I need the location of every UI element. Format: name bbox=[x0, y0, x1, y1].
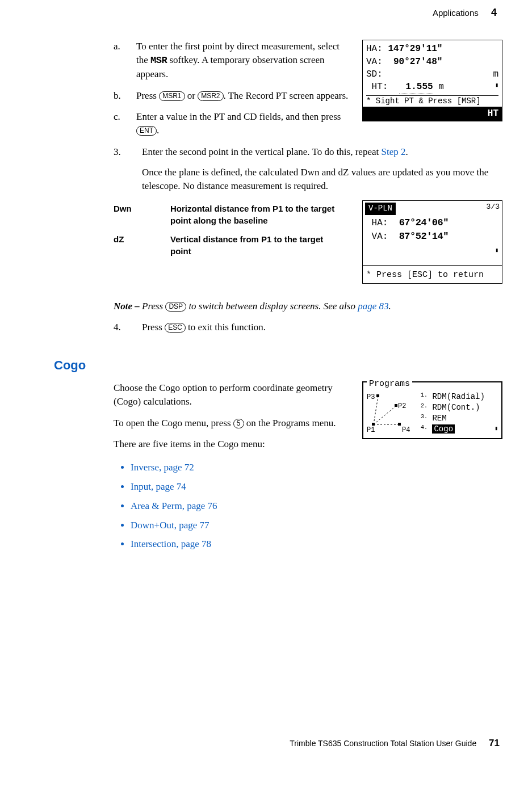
substep-a: a. To enter the first point by direct me… bbox=[114, 40, 354, 81]
cogo-item-input[interactable]: Input, page 74 bbox=[131, 480, 502, 494]
svg-line-0 bbox=[374, 406, 396, 424]
note-mid: to switch between display screens. See a… bbox=[186, 301, 358, 312]
step-3: 3. Enter the second point in the vertica… bbox=[114, 145, 502, 192]
s2-ha-val: 67°24'06" bbox=[399, 217, 449, 228]
s3-p1: P1 bbox=[367, 426, 375, 435]
cogo-heading: Cogo bbox=[54, 357, 502, 375]
def-dz-term: dZ bbox=[114, 231, 170, 262]
substep-b-mid: or bbox=[185, 90, 198, 101]
msr-softkey-name: MSR bbox=[150, 55, 167, 66]
keycap-ent: ENT bbox=[136, 126, 157, 136]
page-footer: Trimble TS635 Construction Total Station… bbox=[0, 737, 528, 761]
step3-num: 3. bbox=[114, 145, 142, 192]
substep-b: b. Press MSR1 or MSR2. The Record PT scr… bbox=[114, 89, 354, 103]
step4-post: to exit this function. bbox=[186, 322, 266, 333]
s3-m4-selected: Cogo bbox=[432, 424, 455, 434]
svg-rect-4 bbox=[395, 404, 397, 407]
s1-softkey-bar: HT bbox=[363, 107, 502, 120]
cogo-menu-list: Inverse, page 72 Input, page 74 Area & P… bbox=[131, 461, 502, 551]
substep-b-letter: b. bbox=[114, 89, 136, 103]
s3-m3: REM bbox=[432, 414, 446, 423]
cogo-item-down-out[interactable]: Down+Out, page 77 bbox=[131, 519, 502, 532]
note: Note – Press DSP to switch between displ… bbox=[114, 300, 502, 313]
s1-va-label: VA: bbox=[366, 57, 383, 67]
step-4: 4. Press ESC to exit this function. bbox=[114, 321, 502, 334]
note-lead: Note – bbox=[114, 301, 142, 312]
svg-rect-6 bbox=[376, 394, 379, 397]
s3-m3n: 3. bbox=[421, 414, 428, 420]
page-header: Applications 4 bbox=[54, 0, 502, 20]
keycap-5: 5 bbox=[233, 419, 244, 428]
s3-diagram: P3 P2 P1 P4 bbox=[367, 392, 421, 431]
cogo-item-inverse[interactable]: Inverse, page 72 bbox=[131, 461, 502, 474]
s1-ht-label: HT: bbox=[372, 82, 388, 92]
s2-ha-label: HA: bbox=[372, 218, 388, 228]
def-dwn-desc: Horizontal distance from P1 to the targe… bbox=[170, 200, 335, 231]
s3-p3: P3 bbox=[367, 393, 375, 402]
cogo-p2-pre: To open the Cogo menu, press bbox=[114, 418, 233, 428]
s1-va-val: 90°27'48" bbox=[393, 57, 442, 67]
step2-link[interactable]: Step 2 bbox=[381, 146, 405, 157]
s3-title: Programs bbox=[367, 379, 412, 389]
s1-hint: * Sight PT & Press [MSR] bbox=[366, 96, 498, 107]
s1-ha-val: 147°29'11" bbox=[388, 44, 442, 54]
substep-c: c. Enter a value in the PT and CD fields… bbox=[114, 110, 354, 137]
def-dwn-term: Dwn bbox=[114, 200, 170, 231]
keycap-esc: ESC bbox=[165, 323, 186, 333]
battery-icon: ▮ bbox=[495, 247, 498, 255]
s3-m1n: 1. bbox=[421, 392, 428, 398]
battery-icon: ▮ bbox=[495, 425, 498, 433]
s1-sd-label: SD: bbox=[366, 69, 383, 79]
cogo-item-intersection[interactable]: Intersection, page 78 bbox=[131, 537, 502, 551]
header-chapter: 4 bbox=[491, 7, 497, 18]
cogo-p2-post: on the Programs menu. bbox=[244, 418, 336, 428]
svg-rect-5 bbox=[398, 423, 401, 426]
substep-b-pre: Press bbox=[136, 90, 159, 101]
lcd-screenshot-programs: Programs P3 P2 bbox=[362, 381, 502, 439]
s2-va-val: 87°52'14" bbox=[399, 231, 449, 242]
s1-ht-val: 1.555 bbox=[399, 81, 433, 94]
s3-m1: RDM(Radial) bbox=[432, 392, 484, 401]
cogo-item-area-perm[interactable]: Area & Perm, page 76 bbox=[131, 499, 502, 513]
note-end: . bbox=[388, 301, 391, 312]
battery-icon: ▮ bbox=[495, 82, 498, 90]
substep-c-letter: c. bbox=[114, 110, 136, 137]
note-pre: Press bbox=[142, 301, 165, 312]
keycap-msr1: MSR1 bbox=[159, 91, 185, 101]
step4-pre: Press bbox=[142, 322, 165, 333]
definition-table: Dwn Horizontal distance from P1 to the t… bbox=[114, 200, 335, 262]
lcd-screenshot-vpln: V-PLN 3/3 HA: 67°24'06" VA: 87°52'14"▮ *… bbox=[362, 200, 502, 283]
step3-para: Once the plane is defined, the calculate… bbox=[142, 166, 502, 193]
keycap-msr2: MSR2 bbox=[198, 91, 223, 101]
s3-p4: P4 bbox=[402, 426, 410, 435]
step3-after: . bbox=[405, 146, 408, 157]
def-dz-desc: Vertical distance from P1 to the target … bbox=[170, 231, 335, 262]
s2-tab: V-PLN bbox=[365, 203, 396, 215]
page83-link[interactable]: page 83 bbox=[358, 301, 388, 312]
s3-m2n: 2. bbox=[421, 403, 428, 409]
s3-menu: 1. RDM(Radial) 2. RDM(Cont.) 3. REM 4. C… bbox=[421, 392, 498, 435]
step4-num: 4. bbox=[114, 321, 142, 334]
substep-b-post: . The Record PT screen appears. bbox=[224, 90, 349, 101]
s2-va-label: VA: bbox=[372, 232, 388, 242]
s1-softkey: HT bbox=[488, 108, 498, 119]
step3-line: Enter the second point in the vertical p… bbox=[142, 146, 381, 157]
header-section: Applications bbox=[433, 8, 479, 18]
footer-title: Trimble TS635 Construction Total Station… bbox=[290, 739, 476, 748]
substep-c-post: . bbox=[157, 125, 159, 136]
cogo-p3: There are five items in the Cogo menu: bbox=[114, 437, 502, 451]
keycap-dsp: DSP bbox=[165, 302, 186, 312]
s2-page-indicator: 3/3 bbox=[487, 202, 500, 212]
s1-ha-label: HA: bbox=[366, 44, 383, 54]
s3-m2: RDM(Cont.) bbox=[432, 403, 480, 412]
s2-foot: * Press [ESC] to return bbox=[363, 265, 502, 283]
footer-page: 71 bbox=[489, 738, 500, 748]
substep-c-pre: Enter a value in the PT and CD fields, a… bbox=[136, 111, 341, 122]
s3-m4n: 4. bbox=[421, 424, 428, 431]
s1-sd-unit: m bbox=[493, 68, 498, 81]
s1-ht-unit: m bbox=[438, 82, 444, 92]
lcd-screenshot-msr: HA: 147°29'11" VA: 90°27'48" SD:m HT: 1.… bbox=[362, 40, 502, 121]
substep-a-letter: a. bbox=[114, 40, 136, 81]
s3-p2: P2 bbox=[398, 402, 406, 411]
